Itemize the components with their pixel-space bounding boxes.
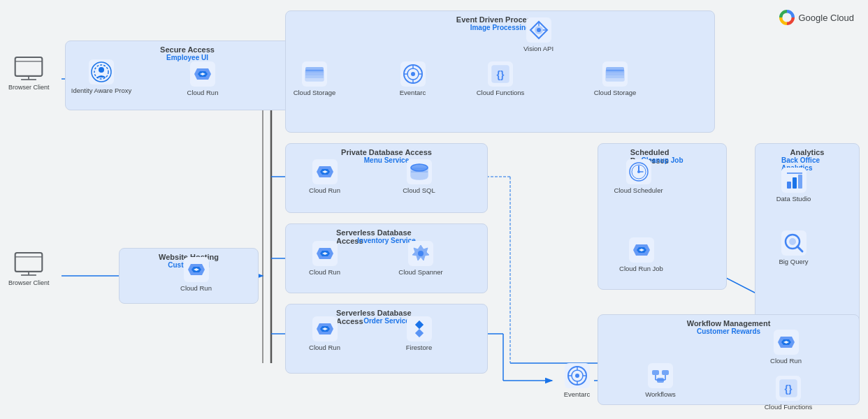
workflows: Workflows (636, 363, 685, 398)
svg-rect-104 (662, 370, 669, 375)
cloud-run-2: Cloud Run (302, 159, 347, 194)
cloud-run-4-icon (312, 241, 338, 266)
svg-point-120 (789, 238, 796, 245)
svg-point-39 (99, 67, 104, 73)
cloud-sql-label: Cloud SQL (403, 186, 435, 194)
private-db-title: Private Database Access (341, 148, 432, 156)
cloud-spanner: Cloud Spanner (396, 241, 445, 276)
cloud-scheduler: Cloud Scheduler (612, 159, 665, 194)
cloud-functions-2-icon: {} (776, 376, 801, 401)
cloud-run-job-icon (629, 237, 654, 263)
big-query: Big Query (767, 230, 820, 265)
cloud-run-3: Cloud Run (173, 257, 219, 292)
cloud-run-6-label: Cloud Run (770, 357, 802, 365)
workflows-label: Workflows (645, 390, 676, 398)
cloud-run-6: Cloud Run (763, 330, 809, 365)
cloud-storage-2-icon (602, 61, 628, 87)
cloud-storage-1: Cloud Storage (290, 61, 339, 96)
cloud-run-1-icon (190, 61, 215, 87)
svg-rect-103 (652, 370, 659, 375)
svg-rect-74 (15, 253, 43, 272)
browser-client-bottom: Browser Client (8, 251, 50, 288)
eventarc-2-icon (565, 363, 590, 388)
cloud-run-1: Cloud Run (178, 61, 227, 96)
cloud-storage-2: Cloud Storage (591, 61, 639, 96)
big-query-label: Big Query (779, 258, 808, 265)
google-cloud-logo-icon (779, 10, 795, 25)
svg-line-121 (797, 247, 802, 251)
iap-icon (89, 59, 114, 84)
cloud-sql-icon (407, 159, 432, 184)
svg-rect-115 (787, 182, 791, 189)
svg-text:{}: {} (497, 69, 505, 80)
cloud-storage-1-label: Cloud Storage (294, 89, 336, 96)
cloud-run-3-icon (184, 257, 209, 282)
cloud-functions-1-label: Cloud Functions (477, 89, 525, 96)
cloud-run-6-icon (774, 330, 799, 355)
iap-service: Identity Aware Proxy (73, 59, 129, 94)
cloud-run-1-label: Cloud Run (187, 89, 219, 96)
cloud-run-5-label: Cloud Run (309, 344, 340, 351)
svg-rect-34 (15, 57, 43, 76)
firestore: Firestore (396, 316, 442, 351)
cloud-spanner-icon (408, 241, 433, 266)
firestore-label: Firestore (406, 344, 432, 351)
cloud-functions-2-label: Cloud Functions (765, 403, 813, 411)
analytics-title: Analytics (790, 148, 825, 156)
svg-point-51 (411, 72, 415, 76)
data-studio-label: Data Studio (776, 195, 811, 203)
cloud-run-2-label: Cloud Run (309, 186, 340, 194)
svg-rect-116 (793, 177, 797, 189)
cloud-storage-1-icon (302, 61, 327, 87)
svg-text:{}: {} (785, 383, 793, 395)
svg-rect-61 (606, 73, 624, 75)
cloud-sql: Cloud SQL (396, 159, 442, 194)
data-studio: Data Studio (767, 168, 820, 203)
iap-label: Identity Aware Proxy (71, 87, 131, 94)
cloud-functions-1: {} Cloud Functions (475, 61, 526, 96)
cloud-spanner-label: Cloud Spanner (398, 268, 442, 276)
cloud-scheduler-icon (626, 159, 651, 184)
workflow-subtitle: Customer Rewards (697, 328, 760, 335)
svg-rect-117 (798, 175, 802, 189)
eventarc-1-label: Eventarc (400, 89, 426, 96)
cloud-storage-2-label: Cloud Storage (594, 89, 637, 96)
firestore-icon (407, 316, 432, 341)
svg-rect-48 (305, 75, 324, 78)
svg-rect-62 (606, 75, 624, 78)
browser-client-top: Browser Client (8, 56, 50, 92)
eventarc-2-label: Eventarc (564, 390, 591, 398)
eventarc-1: Eventarc (390, 61, 435, 96)
cloud-scheduler-label: Cloud Scheduler (614, 186, 663, 194)
vision-api-icon (526, 17, 551, 43)
cloud-functions-2: {} Cloud Functions (763, 376, 813, 411)
browser-client-bottom-label: Browser Client (8, 279, 50, 288)
cloud-functions-1-icon: {} (488, 61, 513, 87)
architecture-diagram: Google Cloud Secure Access Employee UI E… (0, 0, 868, 419)
svg-rect-47 (305, 73, 324, 75)
svg-point-98 (575, 374, 579, 378)
eventarc-2: Eventarc (554, 363, 600, 398)
svg-point-84 (418, 251, 424, 256)
secure-access-subtitle: Employee UI (166, 54, 208, 61)
eventarc-1-icon (400, 61, 426, 87)
data-studio-icon (781, 168, 806, 193)
vision-api: Vision API (516, 17, 561, 52)
workflows-icon (648, 363, 673, 388)
svg-rect-60 (606, 70, 624, 73)
big-query-icon (781, 230, 806, 256)
browser-client-top-icon (14, 56, 43, 81)
cloud-run-5-icon (312, 316, 338, 341)
cloud-run-job: Cloud Run Job (615, 237, 667, 272)
vision-api-label: Vision API (523, 45, 554, 52)
cloud-run-job-label: Cloud Run Job (619, 265, 663, 272)
secure-access-title: Secure Access (160, 45, 215, 54)
svg-point-65 (537, 28, 541, 32)
browser-client-top-label: Browser Client (8, 84, 50, 92)
cloud-run-2-icon (312, 159, 338, 184)
svg-rect-46 (305, 70, 324, 73)
cloud-run-4: Cloud Run (302, 241, 347, 276)
google-cloud-logo: Google Cloud (779, 10, 855, 25)
svg-point-92 (637, 170, 640, 173)
cloud-run-5: Cloud Run (302, 316, 347, 351)
